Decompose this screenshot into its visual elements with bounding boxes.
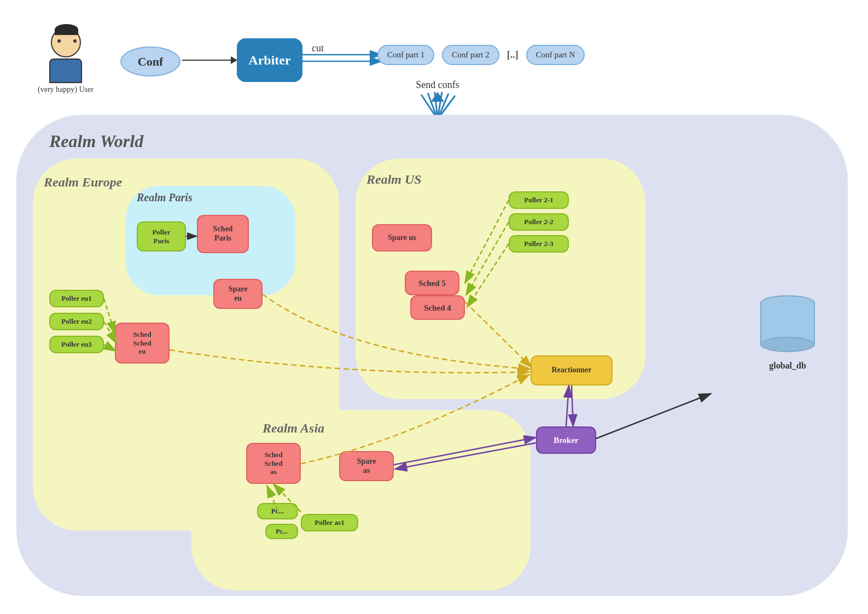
top-section: (very happy) User Conf Arbiter cut Conf … — [0, 16, 868, 126]
user-hair — [55, 24, 78, 35]
sched-as-box: Sched Sched as — [246, 443, 301, 484]
poller-eu3-box: Poller eu3 — [49, 336, 104, 353]
conf-part-2: Conf part 2 — [442, 45, 499, 65]
send-confs-label: Send confs — [416, 79, 459, 91]
poller-as1-box: Poller as1 — [301, 514, 358, 531]
db-label: global_db — [755, 361, 820, 371]
spare-as-box: Spare as — [339, 451, 394, 481]
realm-asia-cloud — [191, 410, 531, 590]
conf-ellipsis: [..] — [507, 49, 519, 61]
poller-22-box: Poller 2-2 — [509, 213, 569, 231]
poller-23-box: Poller 2-3 — [509, 235, 569, 253]
arbiter-box: Arbiter — [237, 38, 302, 82]
user-eye-right — [73, 39, 77, 43]
conf-part-n: Conf part N — [526, 45, 585, 65]
poller-as2-box: Pc... — [257, 503, 298, 519]
conf-parts-row: Conf part 1 Conf part 2 [..] Conf part N — [377, 45, 585, 65]
realm-asia-label: Realm Asia — [263, 421, 324, 436]
sched-eu-box: Sched Sched eu — [115, 323, 170, 364]
sched-paris-box: Sched Paris — [197, 215, 249, 253]
db-bottom — [760, 337, 815, 352]
poller-21-box: Poller 2-1 — [509, 191, 569, 209]
realm-europe-label: Realm Europe — [44, 175, 122, 190]
poller-paris-box: Poller Paris — [137, 221, 186, 252]
sched-4-box: Sched 4 — [410, 295, 465, 320]
global-db: global_db — [760, 295, 815, 355]
realm-world: Realm World Realm Europe Realm Paris Rea… — [16, 115, 848, 601]
reactionner-box: Reactionner — [531, 355, 613, 385]
poller-as3-box: Pc... — [265, 524, 298, 539]
user-eyes — [57, 39, 77, 43]
spare-us-box: Spare us — [372, 224, 432, 252]
poller-eu2-box: Poller eu2 — [49, 313, 104, 330]
broker-box: Broker — [536, 426, 596, 454]
realm-world-label: Realm World — [49, 131, 143, 151]
conf-oval: Conf — [120, 46, 180, 77]
conf-part-1: Conf part 1 — [377, 45, 434, 65]
user-body — [49, 59, 82, 83]
arrow-arbiter-svg — [302, 49, 387, 72]
user-figure: (very happy) User — [33, 27, 98, 94]
user-eye-left — [57, 39, 61, 43]
realm-us-label: Realm US — [366, 172, 422, 187]
sched-5-box: Sched 5 — [405, 271, 459, 295]
spare-eu-box: Spare eu — [213, 279, 263, 309]
poller-eu1-box: Poller eu1 — [49, 290, 104, 307]
realm-paris-label: Realm Paris — [137, 191, 193, 204]
user-label: (very happy) User — [33, 85, 98, 94]
user-head — [51, 27, 81, 57]
arrow-conf-arbiter — [182, 60, 237, 61]
